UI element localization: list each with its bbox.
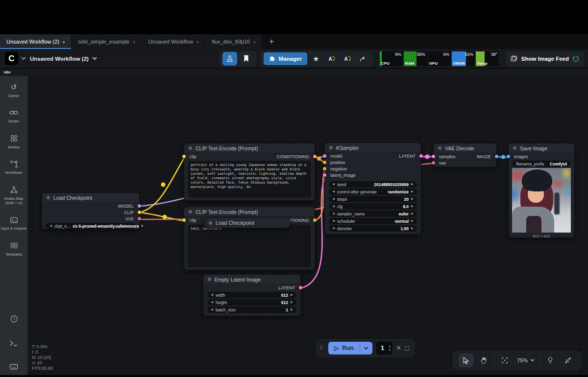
- pan-tool-button[interactable]: [476, 353, 491, 367]
- chevron-down-icon[interactable]: [21, 57, 26, 60]
- increment-arrow-icon[interactable]: ▶: [411, 219, 414, 223]
- sidebar-item-workflows[interactable]: Workflows: [0, 160, 27, 175]
- node-empty-latent-image[interactable]: Empty Latent Image LATENT ◀ width 512 ▶ …: [203, 274, 301, 316]
- fit-view-button[interactable]: [497, 353, 512, 367]
- latent-output-port[interactable]: [299, 286, 302, 289]
- increment-arrow-icon[interactable]: ▶: [411, 227, 414, 230]
- clip-input-port[interactable]: [182, 218, 186, 222]
- increment-arrow-icon[interactable]: ▶: [411, 212, 414, 215]
- sidebar-item-input-outputs[interactable]: Input & Outputs: [0, 215, 27, 231]
- drag-handle-icon[interactable]: ⠿: [319, 347, 324, 350]
- decrement-arrow-icon[interactable]: ◀: [332, 190, 335, 193]
- update-comfyui-button[interactable]: A: [325, 52, 339, 65]
- batch-size-widget[interactable]: ◀ batch_size 1 ▶: [207, 306, 296, 313]
- collapse-dot-icon[interactable]: [47, 196, 50, 199]
- tab-sdxl-simple-example[interactable]: sdxl_simple_example ●: [72, 34, 142, 49]
- cfg-widget[interactable]: ◀ cfg 8.0 ▶: [329, 203, 417, 210]
- steps-widget[interactable]: ◀ steps 20 ▶: [329, 196, 417, 202]
- node-load-checkpoint-collapsed[interactable]: Load Checkpoint: [204, 217, 290, 228]
- shortcuts-keyboard-icon[interactable]: [9, 363, 18, 370]
- collapse-dot-icon[interactable]: [329, 146, 333, 149]
- bookmark-button[interactable]: [239, 52, 254, 66]
- collapse-dot-icon[interactable]: [438, 146, 441, 150]
- increment-arrow-icon[interactable]: ▶: [411, 190, 414, 193]
- increment-arrow-icon[interactable]: ▶: [291, 301, 293, 304]
- control-after-generate-widget[interactable]: ◀ control after generate randomize ▶: [329, 188, 417, 195]
- image-output-port[interactable]: [495, 155, 498, 158]
- node-header[interactable]: CLIP Text Encode (Prompt): [184, 143, 315, 153]
- width-widget[interactable]: ◀ width 512 ▶: [207, 292, 296, 298]
- tab-unsaved-workflow[interactable]: Unsaved Workflow ●: [142, 34, 206, 49]
- cancel-run-button[interactable]: ×: [396, 344, 401, 353]
- decrement-arrow-icon[interactable]: ◀: [211, 308, 213, 311]
- node-load-checkpoint[interactable]: Load Checkpoint MODEL CLIP VAE ◀ ckpt_n.…: [42, 192, 140, 230]
- clip-output-port[interactable]: [138, 211, 141, 214]
- negative-prompt-textarea[interactable]: text, watermark: [188, 225, 311, 267]
- decrement-arrow-icon[interactable]: ◀: [332, 205, 335, 208]
- clip-input-port[interactable]: [182, 155, 186, 158]
- sampler-name-widget[interactable]: ◀ sampler_name euler ▶: [329, 211, 417, 217]
- node-header[interactable]: Save Image: [509, 143, 574, 153]
- increment-arrow-icon[interactable]: ▶: [411, 197, 414, 201]
- seed-widget[interactable]: ◀ seed 201488501025959 ▶: [329, 181, 417, 188]
- node-clip-text-encode-positive[interactable]: CLIP Text Encode (Prompt) clip CONDITION…: [184, 143, 315, 201]
- latent-image-input-port[interactable]: [323, 173, 326, 177]
- prompt-textarea[interactable]: portrait of a smiling young Japanese wom…: [188, 161, 311, 197]
- collapse-dot-icon[interactable]: [189, 210, 192, 213]
- collapse-dot-icon[interactable]: [209, 221, 212, 225]
- samples-input-port[interactable]: [432, 155, 435, 158]
- unsaved-dot-icon[interactable]: ●: [133, 40, 135, 44]
- model-input-port[interactable]: [323, 154, 326, 158]
- vae-output-port[interactable]: [138, 217, 141, 220]
- filename-prefix-widget[interactable]: filename_prefix ComfyUI: [513, 161, 570, 167]
- node-header[interactable]: CLIP Text Encode (Prompt): [184, 207, 315, 217]
- node-header[interactable]: Load Checkpoint: [204, 218, 290, 228]
- scheduler-widget[interactable]: ◀ scheduler normal ▶: [329, 218, 417, 224]
- sidebar-item-nodes-map[interactable]: Nodes Map (Shift + m): [0, 186, 27, 206]
- decrement-arrow-icon[interactable]: ◀: [332, 197, 335, 201]
- manager-button[interactable]: Manager: [264, 52, 307, 65]
- vae-input-port[interactable]: [432, 161, 435, 165]
- new-workflow-button[interactable]: +: [262, 34, 281, 49]
- run-button[interactable]: ▷ Run: [328, 342, 372, 354]
- ckpt-name-widget[interactable]: ◀ ckpt_n... v1-5-pruned-emaonly.safetens…: [46, 223, 135, 229]
- terminal-icon[interactable]: [9, 340, 18, 347]
- images-input-port[interactable]: [507, 155, 510, 158]
- increment-arrow-icon[interactable]: ▶: [291, 308, 293, 311]
- update-all-button[interactable]: A: [341, 52, 354, 65]
- increment-arrow-icon[interactable]: ▶: [411, 205, 414, 208]
- tab-flux-dev-t5fp16[interactable]: flux_dev_t5fp16 ●: [205, 34, 262, 49]
- stop-run-button[interactable]: □: [405, 344, 409, 352]
- increment-arrow-icon[interactable]: ▶: [291, 293, 293, 297]
- beta-flask-button[interactable]: [222, 52, 237, 66]
- latent-output-port[interactable]: [419, 154, 423, 158]
- show-image-feed-button[interactable]: Show Image Feed: [506, 51, 584, 66]
- decrement-arrow-icon[interactable]: ◀: [49, 224, 52, 228]
- decrement-arrow-icon[interactable]: ◀: [211, 301, 213, 304]
- increment-arrow-icon[interactable]: ▶: [142, 224, 144, 228]
- unsaved-dot-icon[interactable]: ●: [253, 40, 255, 44]
- denoise-widget[interactable]: ◀ denoise 1.00 ▶: [329, 225, 417, 232]
- increment-arrow-icon[interactable]: ▶: [411, 183, 414, 186]
- sidebar-item-nodes[interactable]: Nodes: [0, 108, 27, 123]
- favorites-button[interactable]: ★: [309, 52, 323, 65]
- sidebar-item-templates[interactable]: Templates: [0, 241, 27, 257]
- collapse-dot-icon[interactable]: [208, 278, 211, 281]
- tab-unsaved-workflow-2[interactable]: Unsaved Workflow (2) ●: [0, 34, 72, 49]
- decrement-arrow-icon[interactable]: ◀: [332, 219, 335, 223]
- generated-image-preview[interactable]: [512, 168, 571, 233]
- decrement-arrow-icon[interactable]: ◀: [211, 293, 213, 297]
- node-save-image[interactable]: Save Image images filename_prefix ComfyU…: [508, 143, 575, 238]
- node-header[interactable]: Load Checkpoint: [42, 193, 139, 203]
- node-header[interactable]: VAE Decode: [434, 143, 496, 153]
- collapse-dot-icon[interactable]: [189, 146, 192, 150]
- decrement-arrow-icon[interactable]: ◀: [332, 212, 335, 215]
- help-icon[interactable]: ?: [10, 315, 18, 323]
- conditioning-output-port[interactable]: [313, 218, 317, 222]
- workflow-selector[interactable]: Unsaved Workflow (2): [30, 56, 97, 62]
- select-tool-button[interactable]: [459, 353, 473, 367]
- toggle-link-visibility-button[interactable]: [561, 353, 575, 367]
- unsaved-dot-icon[interactable]: ●: [196, 40, 198, 44]
- node-header[interactable]: Empty Latent Image: [203, 275, 300, 284]
- height-widget[interactable]: ◀ height 512 ▶: [207, 299, 296, 306]
